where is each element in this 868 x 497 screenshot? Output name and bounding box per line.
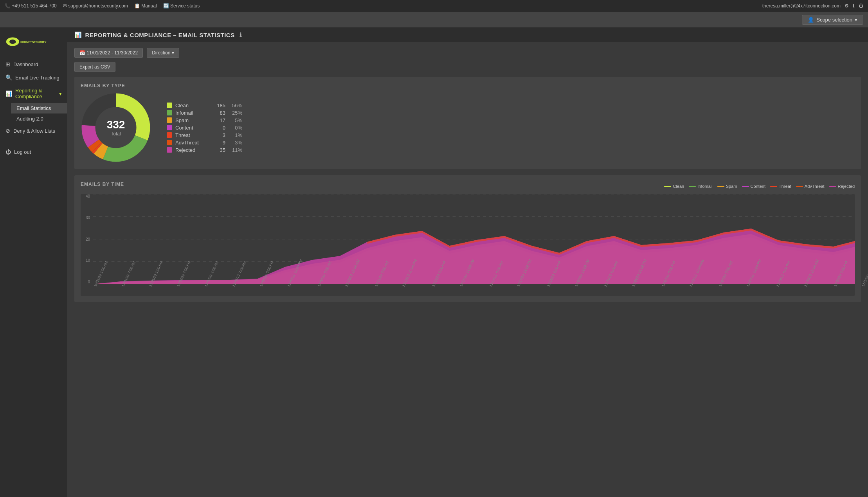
direction-chevron-icon: ▾ <box>172 50 174 56</box>
scope-selection-button[interactable]: 👤 Scope selection ▾ <box>802 15 863 25</box>
donut-center: 332 Total <box>107 119 125 137</box>
sidebar-item-email-statistics[interactable]: Email Statistics <box>11 103 67 113</box>
emails-by-type-content: 332 Total Clean 185 56% Infomail 83 25% … <box>81 92 855 163</box>
scope-chevron-icon: ▾ <box>855 17 857 23</box>
time-legend-dash <box>717 186 724 187</box>
content-area: 📅 11/01/2022 - 11/30/2022 Direction ▾ Ex… <box>67 42 868 314</box>
sidebar-item-reporting-compliance[interactable]: 📊 Reporting & Compliance ▾ <box>0 84 67 103</box>
time-chart-svg <box>93 194 855 284</box>
time-legend-item-threat: Threat <box>770 184 791 189</box>
time-legend-label: Infomail <box>697 184 713 189</box>
legend-dot-spam <box>167 117 172 123</box>
topbar-left: 📞 +49 511 515 464-700 ✉ support@hornetse… <box>5 3 200 9</box>
legend-count: 35 <box>210 147 225 153</box>
time-legend-label: Rejected <box>838 184 855 189</box>
emails-by-type-legend: Clean 185 56% Infomail 83 25% Spam 17 5%… <box>167 103 242 153</box>
time-chart-legend: Clean Infomail Spam Content Threat AdvTh… <box>664 184 855 189</box>
export-row: Export as CSV <box>74 62 861 77</box>
sidebar-item-logout[interactable]: ⏻ Log out <box>0 145 67 158</box>
chevron-down-icon: ▾ <box>59 91 62 97</box>
controls-row: 📅 11/01/2022 - 11/30/2022 Direction ▾ <box>74 48 861 58</box>
legend-pct: 5% <box>229 117 242 123</box>
direction-button[interactable]: Direction ▾ <box>147 48 179 58</box>
legend-pct: 56% <box>229 103 242 108</box>
export-csv-button[interactable]: Export as CSV <box>74 62 115 72</box>
sidebar-item-email-live-tracking[interactable]: 🔍 Email Live Tracking <box>0 71 67 84</box>
settings-icon[interactable]: ⚙ <box>845 3 849 9</box>
time-legend-item-clean: Clean <box>664 184 684 189</box>
legend-item-content: Content 0 0% <box>167 125 242 131</box>
emails-by-time-card: EMAILS BY TIME Clean Infomail Spam Conte… <box>74 175 861 302</box>
page-header: 📊 REPORTING & COMPLIANCE – EMAIL STATIST… <box>67 27 868 42</box>
chart-bar-icon: 📊 <box>74 31 82 38</box>
sidebar-item-auditing-label: Auditing 2.0 <box>16 116 43 122</box>
time-legend-dash <box>742 186 749 187</box>
time-legend-item-spam: Spam <box>717 184 737 189</box>
scope-person-icon: 👤 <box>808 17 814 23</box>
time-legend-dash <box>664 186 671 187</box>
time-legend-dash <box>796 186 803 187</box>
legend-count: 83 <box>210 110 225 116</box>
help-icon[interactable]: ℹ <box>853 3 855 9</box>
sidebar-item-logout-label: Log out <box>14 149 31 155</box>
logout-icon: ⏻ <box>5 149 11 155</box>
time-legend-label: Clean <box>673 184 684 189</box>
legend-name: AdvThreat <box>175 140 207 146</box>
legend-pct: 3% <box>229 140 242 146</box>
time-legend-label: Content <box>751 184 766 189</box>
total-number: 332 <box>107 119 125 131</box>
user-email: theresa.miller@24x7itconnection.com <box>762 3 841 9</box>
sidebar-item-auditing[interactable]: Auditing 2.0 <box>11 113 67 124</box>
sidebar-item-dashboard-label: Dashboard <box>13 61 38 67</box>
legend-count: 17 <box>210 117 225 123</box>
x-label: 11/30/22 12:00 AM <box>861 259 868 288</box>
sidebar-item-deny-allow-lists[interactable]: ⊘ Deny & Allow Lists <box>0 124 67 137</box>
svg-text:HORNETSECURITY: HORNETSECURITY <box>20 40 47 44</box>
legend-name: Rejected <box>175 147 207 153</box>
x-axis-labels: 10/31/22 1:00 AM11/01/22 7:00 AM11/01/22… <box>93 284 855 296</box>
calendar-icon: 📅 <box>79 50 85 56</box>
legend-name: Clean <box>175 103 207 108</box>
manual-link[interactable]: 📋 Manual <box>134 3 157 9</box>
legend-name: Infomail <box>175 110 207 116</box>
legend-name: Content <box>175 125 207 131</box>
main-content: 📊 REPORTING & COMPLIANCE – EMAIL STATIST… <box>67 27 868 497</box>
emails-by-time-title: EMAILS BY TIME <box>81 182 124 187</box>
donut-chart: 332 Total <box>81 92 151 163</box>
sidebar-item-email-statistics-label: Email Statistics <box>16 105 51 111</box>
svg-marker-19 <box>93 229 855 284</box>
legend-count: 3 <box>210 132 225 138</box>
legend-item-infomail: Infomail 83 25% <box>167 110 242 116</box>
sidebar-item-reporting-compliance-label: Reporting & Compliance <box>15 88 56 99</box>
time-legend-item-advthreat: AdvThreat <box>796 184 825 189</box>
reporting-compliance-submenu: Email Statistics Auditing 2.0 <box>0 103 67 124</box>
logo-area: HORNETSECURITY <box>0 31 67 58</box>
page-info-icon: ℹ <box>240 32 242 38</box>
legend-name: Spam <box>175 117 207 123</box>
dashboard-icon: ⊞ <box>5 61 10 67</box>
emails-by-type-title: EMAILS BY TYPE <box>81 83 855 88</box>
time-legend-item-infomail: Infomail <box>689 184 713 189</box>
svg-point-2 <box>9 40 16 44</box>
legend-count: 9 <box>210 140 225 146</box>
y-axis-labels: 40 30 20 10 0 <box>81 194 92 284</box>
legend-count: 185 <box>210 103 225 108</box>
phone-info: 📞 +49 511 515 464-700 <box>5 3 57 9</box>
legend-dot-rejected <box>167 147 172 153</box>
legend-pct: 25% <box>229 110 242 116</box>
time-legend-dash <box>689 186 696 187</box>
total-label: Total <box>107 131 125 137</box>
legend-pct: 11% <box>229 147 242 153</box>
legend-item-clean: Clean 185 56% <box>167 103 242 108</box>
list-icon: ⊘ <box>5 128 10 134</box>
legend-item-advthreat: AdvThreat 9 3% <box>167 140 242 146</box>
service-status-link[interactable]: 🔄 Service status <box>163 3 200 9</box>
time-legend-dash <box>770 186 777 187</box>
sidebar: HORNETSECURITY ⊞ Dashboard 🔍 Email Live … <box>0 27 67 497</box>
date-range-button[interactable]: 📅 11/01/2022 - 11/30/2022 <box>74 48 143 58</box>
power-icon[interactable]: ⏻ <box>859 3 863 9</box>
sidebar-item-dashboard[interactable]: ⊞ Dashboard <box>0 58 67 71</box>
time-legend-item-rejected: Rejected <box>829 184 855 189</box>
scope-label: Scope selection <box>816 17 852 23</box>
export-csv-label: Export as CSV <box>79 64 110 70</box>
